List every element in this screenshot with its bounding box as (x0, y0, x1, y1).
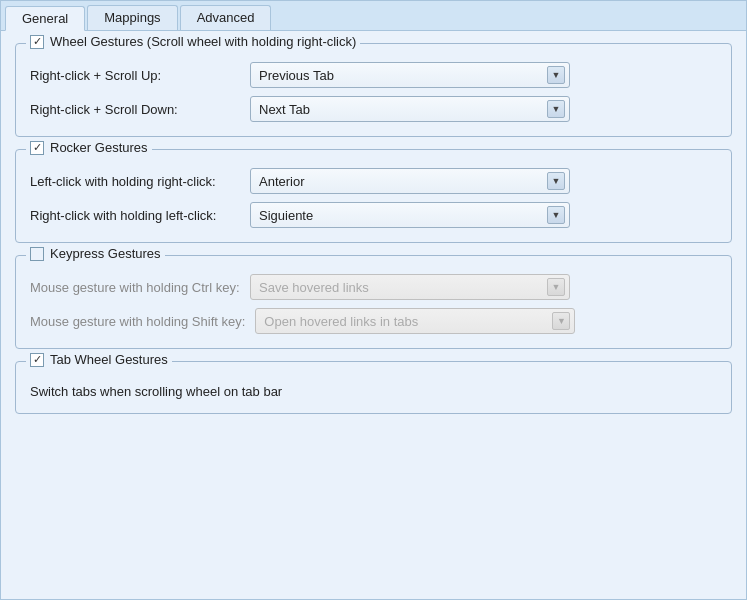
keypress-gestures-checkbox[interactable] (30, 247, 44, 261)
left-click-row: Left-click with holding right-click: Ant… (30, 168, 717, 194)
content-area: ✓ Wheel Gestures (Scroll wheel with hold… (1, 31, 746, 599)
scroll-up-label: Right-click + Scroll Up: (30, 68, 240, 83)
tab-wheel-gestures-title: ✓ Tab Wheel Gestures (26, 352, 172, 367)
left-click-select[interactable]: Anterior ▼ (250, 168, 570, 194)
tab-mappings[interactable]: Mappings (87, 5, 177, 30)
tab-advanced[interactable]: Advanced (180, 5, 272, 30)
left-click-label: Left-click with holding right-click: (30, 174, 240, 189)
rocker-gestures-title: ✓ Rocker Gestures (26, 140, 152, 155)
wheel-gestures-content: Right-click + Scroll Up: Previous Tab ▼ … (30, 62, 717, 122)
left-click-select-wrapper: Anterior ▼ (250, 168, 570, 194)
tab-wheel-gestures-checkbox[interactable]: ✓ (30, 353, 44, 367)
keypress-gestures-content: Mouse gesture with holding Ctrl key: Sav… (30, 274, 717, 334)
shift-arrow: ▼ (552, 312, 570, 330)
right-click-select-wrapper: Siguiente ▼ (250, 202, 570, 228)
scroll-down-select-wrapper: Next Tab ▼ (250, 96, 570, 122)
left-click-arrow: ▼ (547, 172, 565, 190)
rocker-gestures-content: Left-click with holding right-click: Ant… (30, 168, 717, 228)
tab-wheel-gestures-group: ✓ Tab Wheel Gestures Switch tabs when sc… (15, 361, 732, 414)
scroll-up-row: Right-click + Scroll Up: Previous Tab ▼ (30, 62, 717, 88)
shift-row: Mouse gesture with holding Shift key: Op… (30, 308, 717, 334)
scroll-up-select-wrapper: Previous Tab ▼ (250, 62, 570, 88)
ctrl-select-wrapper: Save hovered links ▼ (250, 274, 570, 300)
wheel-gestures-checkbox[interactable]: ✓ (30, 35, 44, 49)
keypress-gestures-group: Keypress Gestures Mouse gesture with hol… (15, 255, 732, 349)
scroll-up-select[interactable]: Previous Tab ▼ (250, 62, 570, 88)
scroll-up-arrow: ▼ (547, 66, 565, 84)
ctrl-label: Mouse gesture with holding Ctrl key: (30, 280, 240, 295)
tab-wheel-description: Switch tabs when scrolling wheel on tab … (30, 384, 717, 399)
keypress-gestures-label: Keypress Gestures (50, 246, 161, 261)
tab-bar: General Mappings Advanced (1, 1, 746, 31)
shift-select[interactable]: Open hovered links in tabs ▼ (255, 308, 575, 334)
main-container: General Mappings Advanced ✓ Wheel Gestur… (0, 0, 747, 600)
right-click-label: Right-click with holding left-click: (30, 208, 240, 223)
shift-label: Mouse gesture with holding Shift key: (30, 314, 245, 329)
shift-select-wrapper: Open hovered links in tabs ▼ (255, 308, 575, 334)
scroll-down-arrow: ▼ (547, 100, 565, 118)
tab-general[interactable]: General (5, 6, 85, 31)
rocker-gestures-checkbox[interactable]: ✓ (30, 141, 44, 155)
wheel-gestures-group: ✓ Wheel Gestures (Scroll wheel with hold… (15, 43, 732, 137)
wheel-gestures-label: Wheel Gestures (Scroll wheel with holdin… (50, 34, 356, 49)
right-click-row: Right-click with holding left-click: Sig… (30, 202, 717, 228)
ctrl-row: Mouse gesture with holding Ctrl key: Sav… (30, 274, 717, 300)
scroll-down-select[interactable]: Next Tab ▼ (250, 96, 570, 122)
scroll-down-label: Right-click + Scroll Down: (30, 102, 240, 117)
tab-wheel-gestures-content: Switch tabs when scrolling wheel on tab … (30, 380, 717, 399)
keypress-gestures-title: Keypress Gestures (26, 246, 165, 261)
right-click-arrow: ▼ (547, 206, 565, 224)
right-click-select[interactable]: Siguiente ▼ (250, 202, 570, 228)
rocker-gestures-group: ✓ Rocker Gestures Left-click with holdin… (15, 149, 732, 243)
tab-wheel-gestures-label: Tab Wheel Gestures (50, 352, 168, 367)
ctrl-select[interactable]: Save hovered links ▼ (250, 274, 570, 300)
ctrl-arrow: ▼ (547, 278, 565, 296)
rocker-gestures-label: Rocker Gestures (50, 140, 148, 155)
scroll-down-row: Right-click + Scroll Down: Next Tab ▼ (30, 96, 717, 122)
wheel-gestures-title: ✓ Wheel Gestures (Scroll wheel with hold… (26, 34, 360, 49)
